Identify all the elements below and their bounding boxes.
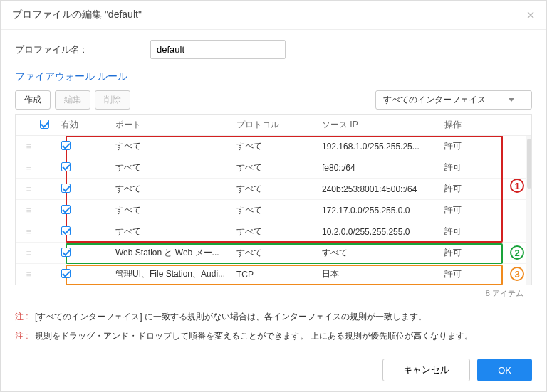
close-icon[interactable]: × — [526, 8, 535, 22]
cell-action: 許可 — [444, 183, 501, 195]
cell-port: すべて — [115, 204, 236, 216]
profile-name-label: プロファイル名 : — [15, 43, 150, 56]
interface-select-value: すべてのインターフェイス — [383, 94, 486, 106]
cell-action: 許可 — [444, 226, 501, 238]
col-action: 操作 — [444, 119, 501, 131]
form-row-profile-name: プロファイル名 : — [15, 40, 532, 59]
cell-protocol: すべて — [236, 226, 322, 238]
edit-button[interactable]: 編集 — [55, 90, 90, 110]
cell-protocol: すべて — [236, 204, 322, 216]
cell-protocol: すべて — [236, 247, 322, 259]
drag-handle-icon[interactable]: ≡ — [19, 205, 40, 216]
cell-action: 許可 — [444, 204, 501, 216]
cell-action: 許可 — [444, 268, 501, 280]
cell-source: fe80::/64 — [322, 163, 444, 173]
cell-port: すべて — [115, 226, 236, 238]
cell-source: 日本 — [322, 268, 444, 280]
col-protocol: プロトコル — [236, 119, 322, 131]
row-checkbox[interactable] — [61, 184, 71, 193]
row-checkbox[interactable] — [61, 141, 71, 150]
row-checkbox[interactable] — [61, 205, 71, 214]
dialog-title: プロファイルの編集 "default" — [12, 9, 142, 21]
note-label: 注 : — [15, 331, 28, 341]
table-row[interactable]: ≡管理UI、File Station、Audi...TCP日本許可 — [16, 264, 526, 285]
tab-row: ファイアウォール ルール — [15, 70, 532, 83]
drag-handle-icon[interactable]: ≡ — [19, 184, 40, 194]
interface-select[interactable]: すべてのインターフェイス — [375, 90, 532, 110]
drag-handle-icon[interactable]: ≡ — [19, 141, 40, 152]
cell-source: 172.17.0.0/255.255.0.0 — [322, 206, 444, 216]
cell-action: 許可 — [444, 247, 501, 259]
cell-source: 10.2.0.0/255.255.255.0 — [322, 227, 444, 237]
cell-port: すべて — [115, 183, 236, 195]
annotation-2: 2 — [510, 245, 524, 260]
table-row[interactable]: ≡すべてすべて10.2.0.0/255.255.255.0許可 — [16, 221, 526, 243]
vertical-scrollbar[interactable] — [526, 136, 531, 285]
cell-port: Web Station と Web メー... — [115, 247, 236, 259]
cell-source: 192.168.1.0/255.255.25... — [322, 142, 444, 152]
row-checkbox[interactable] — [61, 226, 71, 235]
cell-port: すべて — [115, 140, 236, 152]
chevron-down-icon — [509, 98, 514, 102]
grid-footer: 8 アイテム — [15, 285, 532, 300]
row-checkbox[interactable] — [61, 162, 71, 171]
annotation-3: 3 — [510, 267, 524, 281]
note-line-1: 注 : [すべてのインターフェイス] に一致する規則がない場合は、各インターフェ… — [15, 307, 532, 326]
rules-grid: 有効 ポート プロトコル ソース IP 操作 1 2 — [15, 114, 532, 285]
table-row[interactable]: ≡すべてすべて172.17.0.0/255.255.0.0許可 — [16, 200, 526, 221]
drag-handle-icon[interactable]: ≡ — [19, 248, 40, 258]
scroll-thumb[interactable] — [527, 139, 531, 189]
dialog-footer: キャンセル OK — [1, 351, 546, 391]
profile-name-input[interactable] — [150, 40, 286, 59]
col-source-ip: ソース IP — [322, 119, 444, 131]
col-port: ポート — [115, 119, 236, 131]
dialog-edit-profile: プロファイルの編集 "default" × プロファイル名 : ファイアウォール… — [0, 0, 547, 392]
grid-header: 有効 ポート プロトコル ソース IP 操作 — [16, 115, 531, 136]
cell-port: 管理UI、File Station、Audi... — [115, 268, 236, 280]
cell-protocol: すべて — [236, 183, 322, 195]
cancel-button[interactable]: キャンセル — [382, 359, 470, 381]
annotation-1: 1 — [510, 179, 524, 193]
cell-protocol: TCP — [236, 270, 322, 280]
cell-source: 240b:253:8001:4500::/64 — [322, 184, 444, 194]
cell-protocol: すべて — [236, 161, 322, 174]
drag-handle-icon[interactable]: ≡ — [19, 269, 40, 280]
grid-body: 1 2 3 4 ≡すべてすべて192.168.1.0/255.255.25...… — [16, 136, 526, 285]
row-checkbox[interactable] — [61, 248, 71, 257]
tab-firewall-rules[interactable]: ファイアウォール ルール — [15, 70, 127, 82]
cell-source: すべて — [322, 247, 444, 259]
col-enabled: 有効 — [61, 119, 115, 131]
row-checkbox[interactable] — [61, 269, 71, 278]
cell-protocol: すべて — [236, 140, 322, 152]
cell-action: 許可 — [444, 161, 501, 174]
table-row[interactable]: ≡Web Station と Web メー...すべてすべて許可 — [16, 243, 526, 264]
toolbar: 作成 編集 削除 すべてのインターフェイス — [15, 90, 532, 110]
create-button[interactable]: 作成 — [15, 90, 51, 110]
note-label: 注 : — [15, 312, 28, 322]
table-row[interactable]: ≡すべてすべて192.168.1.0/255.255.25...許可 — [16, 136, 526, 157]
titlebar: プロファイルの編集 "default" × — [1, 1, 546, 30]
drag-handle-icon[interactable]: ≡ — [19, 226, 40, 237]
ok-button[interactable]: OK — [477, 359, 532, 381]
delete-button[interactable]: 削除 — [95, 90, 130, 110]
cell-port: すべて — [115, 161, 236, 174]
note-line-2: 注 : 規則をドラッグ・アンド・ドロップして順番を変えることができます。 上にあ… — [15, 327, 532, 345]
header-checkbox[interactable] — [40, 120, 49, 129]
notes: 注 : [すべてのインターフェイス] に一致する規則がない場合は、各インターフェ… — [15, 300, 532, 345]
table-row[interactable]: ≡すべてすべて240b:253:8001:4500::/64許可 — [16, 179, 526, 200]
cell-action: 許可 — [444, 140, 501, 152]
drag-handle-icon[interactable]: ≡ — [19, 162, 40, 173]
table-row[interactable]: ≡すべてすべてfe80::/64許可 — [16, 157, 526, 179]
dialog-body: プロファイル名 : ファイアウォール ルール 作成 編集 削除 すべてのインター… — [1, 30, 546, 351]
